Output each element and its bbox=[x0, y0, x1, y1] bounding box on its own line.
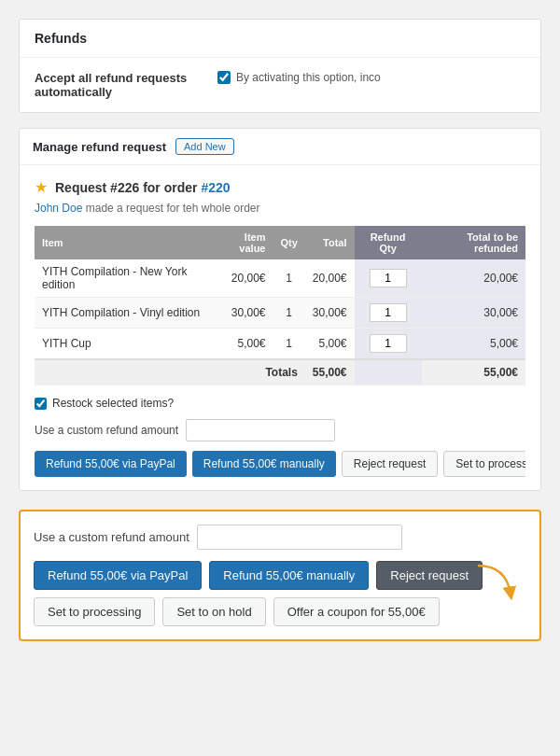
cell-item-value: 30,00€ bbox=[211, 298, 273, 329]
zoom-action-row-1: Refund 55,00€ via PayPal Refund 55,00€ m… bbox=[34, 561, 526, 590]
zoom-manually-button[interactable]: Refund 55,00€ manually bbox=[209, 561, 369, 590]
request-title: Request #226 for order #220 bbox=[55, 180, 231, 195]
cell-item: YITH Cup bbox=[35, 329, 211, 360]
star-icon: ★ bbox=[35, 178, 48, 196]
refunds-title: Refunds bbox=[35, 31, 525, 46]
manage-panel: Manage refund request Add New ★ Request … bbox=[19, 128, 541, 491]
cell-total-refunded: 5,00€ bbox=[422, 329, 525, 360]
request-number: Request #226 for order bbox=[55, 180, 201, 195]
refund-table: Item Item value Qty Total Refund Qty Tot… bbox=[35, 226, 525, 385]
totals-label: Totals bbox=[35, 359, 305, 385]
cell-refund-qty[interactable] bbox=[355, 298, 422, 329]
table-row: YITH Compilation - New York edition 20,0… bbox=[35, 259, 525, 298]
cell-qty: 1 bbox=[273, 329, 304, 360]
user-link[interactable]: John Doe bbox=[35, 202, 82, 215]
refunds-card-header: Refunds bbox=[20, 20, 540, 58]
cell-total-refunded: 30,00€ bbox=[422, 298, 525, 329]
action-buttons-row-top: Refund 55,00€ via PayPal Refund 55,00€ m… bbox=[35, 451, 525, 477]
zoom-reject-button[interactable]: Reject request bbox=[376, 561, 483, 590]
order-link[interactable]: #220 bbox=[201, 180, 230, 195]
refund-qty-input[interactable] bbox=[370, 269, 407, 287]
zoom-custom-amount-label: Use a custom refund amount bbox=[34, 530, 189, 544]
col-total: Total bbox=[305, 226, 355, 259]
cell-total: 20,00€ bbox=[305, 259, 355, 298]
zoom-set-processing-button[interactable]: Set to processing bbox=[34, 597, 155, 626]
cell-item-value: 20,00€ bbox=[211, 259, 273, 298]
cell-total: 30,00€ bbox=[305, 298, 355, 329]
request-title-row: ★ Request #226 for order #220 bbox=[35, 178, 525, 196]
col-total-refunded: Total to be refunded bbox=[422, 226, 525, 259]
cell-refund-qty[interactable] bbox=[355, 329, 422, 360]
cell-item: YITH Compilation - New York edition bbox=[35, 259, 211, 298]
zoom-paypal-button[interactable]: Refund 55,00€ via PayPal bbox=[34, 561, 202, 590]
totals-refunded: 55,00€ bbox=[422, 359, 525, 385]
arrow-icon bbox=[469, 556, 525, 603]
refunds-card-body: Accept all refund requests automatically… bbox=[20, 58, 540, 112]
manually-btn-top[interactable]: Refund 55,00€ manually bbox=[192, 451, 336, 477]
arrow-annotation bbox=[469, 556, 525, 603]
custom-amount-input-top[interactable] bbox=[186, 419, 335, 441]
zoom-action-row-2: Set to processing Set to on hold Offer a… bbox=[34, 597, 526, 626]
paypal-btn-top[interactable]: Refund 55,00€ via PayPal bbox=[35, 451, 187, 477]
zoom-set-on-hold-button[interactable]: Set to on hold bbox=[162, 597, 265, 626]
cell-total: 5,00€ bbox=[305, 329, 355, 360]
col-item-value: Item value bbox=[211, 226, 273, 259]
col-qty: Qty bbox=[273, 226, 304, 259]
request-subtitle: John Doe made a request for teh whole or… bbox=[35, 202, 525, 215]
table-row: YITH Cup 5,00€ 1 5,00€ 5,00€ bbox=[35, 329, 525, 360]
cell-total-refunded: 20,00€ bbox=[422, 259, 525, 298]
cell-item: YITH Compilation - Vinyl edition bbox=[35, 298, 211, 329]
refund-qty-input[interactable] bbox=[370, 334, 407, 353]
table-row: YITH Compilation - Vinyl edition 30,00€ … bbox=[35, 298, 525, 329]
totals-total: 55,00€ bbox=[305, 359, 355, 385]
col-refund-qty: Refund Qty bbox=[355, 226, 422, 259]
custom-amount-label-top: Use a custom refund amount bbox=[35, 424, 178, 437]
zoom-custom-amount-input[interactable] bbox=[197, 525, 402, 550]
auto-accept-label: Accept all refund requests automatically bbox=[35, 71, 203, 99]
zoom-custom-row: Use a custom refund amount bbox=[34, 525, 526, 550]
auto-accept-description-text: By activating this option, inco bbox=[236, 71, 381, 84]
cell-item-value: 5,00€ bbox=[211, 329, 273, 360]
manage-panel-body: ★ Request #226 for order #220 John Doe m… bbox=[20, 165, 540, 490]
restock-row: Restock selected items? bbox=[35, 397, 525, 410]
custom-amount-row-top: Use a custom refund amount bbox=[35, 419, 525, 441]
add-new-button[interactable]: Add New bbox=[175, 138, 234, 155]
manage-panel-header: Manage refund request Add New bbox=[20, 129, 540, 165]
zoom-section: Use a custom refund amount Refund 55,00€… bbox=[19, 510, 541, 641]
reject-btn-top[interactable]: Reject request bbox=[342, 451, 438, 477]
cell-qty: 1 bbox=[273, 298, 304, 329]
refunds-card: Refunds Accept all refund requests autom… bbox=[19, 19, 541, 113]
auto-accept-row: Accept all refund requests automatically… bbox=[35, 71, 525, 99]
cell-refund-qty[interactable] bbox=[355, 259, 422, 298]
refund-qty-input[interactable] bbox=[370, 303, 407, 322]
auto-accept-checkbox[interactable] bbox=[217, 71, 231, 84]
restock-checkbox[interactable] bbox=[35, 398, 47, 410]
col-item: Item bbox=[35, 226, 211, 259]
cell-qty: 1 bbox=[273, 259, 304, 298]
restock-label: Restock selected items? bbox=[52, 397, 174, 410]
manage-panel-title: Manage refund request bbox=[33, 140, 166, 154]
set-processing-btn-top[interactable]: Set to processing bbox=[443, 451, 525, 477]
subtitle-text: made a request for teh whole order bbox=[82, 202, 259, 215]
totals-refund-qty-empty bbox=[355, 359, 422, 385]
zoom-offer-coupon-button[interactable]: Offer a coupon for 55,00€ bbox=[273, 597, 440, 626]
auto-accept-desc: By activating this option, inco bbox=[217, 71, 381, 84]
